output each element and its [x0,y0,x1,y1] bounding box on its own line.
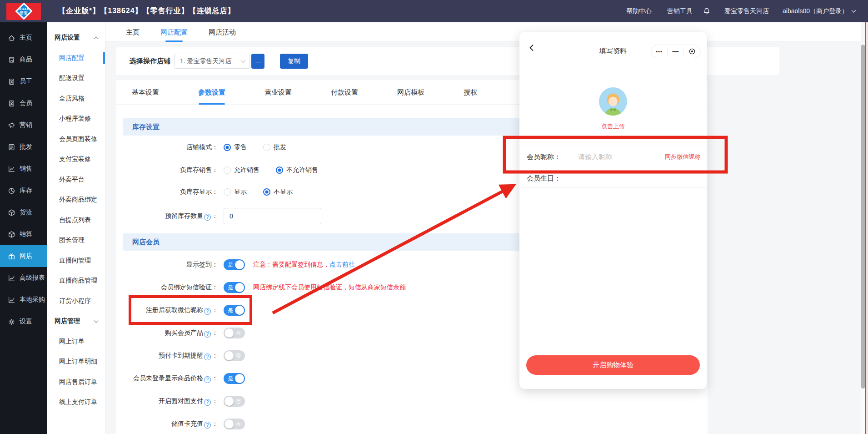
help-center-link[interactable]: 帮助中心 [626,7,652,15]
toggle-储值卡充值[interactable]: 否 [224,419,245,429]
submenu-item-线上支付订单[interactable]: 线上支付订单 [47,392,105,413]
radio-icon [224,167,231,174]
submenu-item-网上订单明细[interactable]: 网上订单明细 [47,352,105,372]
radio-option-显示[interactable]: 显示 [224,188,247,196]
help-icon[interactable]: ? [204,353,211,360]
radio-option-不显示[interactable]: 不显示 [263,188,293,196]
radio-option-批发[interactable]: 批发 [263,143,286,151]
start-shopping-button[interactable]: 开启购物体验 [526,355,700,375]
marketing-tools-link[interactable]: 营销工具 [667,7,693,15]
sync-wechat-nickname-action[interactable]: 同步微信昵称 [665,153,700,161]
sidebar-item-高级报表[interactable]: 高级报表 [0,267,47,289]
settings-tab-网店模板[interactable]: 网店模板 [397,80,424,105]
note-link[interactable]: 点击前往 [329,261,355,269]
settlement-icon [8,231,15,238]
submenu-item-网上订单[interactable]: 网上订单 [47,332,105,352]
sidebar-item-员工[interactable]: 员工 [0,71,47,92]
app-logo[interactable]: AIBAO 爱宝 [0,0,47,22]
toggle-注册后获取微信昵称[interactable]: 是 [224,305,245,316]
store-more-button[interactable]: … [251,54,264,69]
sidebar-item-结算[interactable]: 结算 [0,223,47,245]
current-store-name[interactable]: 爱宝零售天河店 [724,7,769,15]
help-icon[interactable]: ? [204,214,211,221]
sidebar-item-网店[interactable]: 网店 [0,245,47,267]
submenu-item-外卖平台[interactable]: 外卖平台 [47,170,105,190]
sidebar-item-会员[interactable]: 会员 [0,92,47,114]
help-icon[interactable]: ? [204,422,211,429]
submenu-item-配送设置[interactable]: 配送设置 [47,68,105,89]
sidebar-item-销售[interactable]: 销售 [0,158,47,180]
submenu-item-网店售后订单[interactable]: 网店售后订单 [47,372,105,393]
toggle-显示签到[interactable]: 是 [224,259,245,270]
sidebar-item-设置[interactable]: 设置 [0,311,47,333]
submenu-item-订货小程序[interactable]: 订货小程序 [47,291,105,312]
close-record-icon[interactable] [688,48,696,55]
miniprogram-capsule: ••• — [651,45,701,58]
submenu-header-网店设置[interactable]: 网店设置 [47,28,105,48]
submenu-item-网店配置[interactable]: 网店配置 [47,48,105,69]
submenu-header-网店管理[interactable]: 网店管理 [47,311,105,332]
sidebar-item-主页[interactable]: 主页 [0,27,47,49]
radio-option-零售[interactable]: 零售 [224,143,247,151]
toggle-会员绑定短信验证[interactable]: 是 [224,282,245,293]
submenu-header-label: 网店设置 [55,34,80,42]
settings-tab-授权[interactable]: 授权 [464,80,477,105]
toggle-会员未登录显示商品价格[interactable]: 是 [224,373,245,384]
submenu-item-支付宝装修[interactable]: 支付宝装修 [47,149,105,170]
settings-tab-营业设置[interactable]: 营业设置 [264,80,292,105]
submenu-item-全店风格[interactable]: 全店风格 [47,89,105,109]
tab-主页[interactable]: 主页 [126,22,140,42]
chevron-up-icon [94,36,99,40]
account-menu[interactable]: aibaols00（商户登录） [783,7,856,15]
sidebar-item-库存[interactable]: 库存 [0,180,47,202]
tab-网店活动[interactable]: 网店活动 [209,22,236,42]
chevron-down-icon [94,320,99,323]
sidebar-item-label: 本地采购 [20,296,45,304]
reserved-stock-input[interactable] [224,208,321,224]
toggle-state-label: 是 [228,373,233,384]
sidebar-item-营销[interactable]: 营销 [0,114,47,136]
tab-网店配置[interactable]: 网店配置 [160,22,188,42]
help-icon[interactable]: ? [204,376,211,383]
store-select[interactable]: 1. 爱宝零售天河店 [174,54,250,69]
settings-tab-付款设置[interactable]: 付款设置 [331,80,358,105]
radio-option-允许销售[interactable]: 允许销售 [224,166,259,174]
sidebar-item-货流[interactable]: 货流 [0,202,47,223]
settings-tab-参数设置[interactable]: 参数设置 [198,80,225,105]
help-icon[interactable]: ? [204,331,211,338]
sidebar-item-本地采购[interactable]: 本地采购 [0,289,47,311]
more-dots-icon[interactable]: ••• [656,49,663,54]
submenu-item-小程序装修[interactable]: 小程序装修 [47,109,105,129]
birthday-row: 会员生日： [519,169,707,188]
upload-avatar-action[interactable]: 点击上传 [519,122,707,131]
help-icon[interactable]: ? [204,399,211,406]
nickname-input[interactable]: 请输入昵称 [578,153,612,161]
radio-option-不允许销售[interactable]: 不允许销售 [276,166,318,174]
toggle-预付卡到期提醒[interactable]: 否 [224,350,245,361]
sidebar-item-批发[interactable]: 批发 [0,136,47,158]
account-name: aibaols00（商户登录） [783,7,848,15]
bell-icon[interactable] [703,7,711,15]
avatar[interactable] [599,87,627,116]
form-row-label: 会员绑定短信验证： [116,283,218,292]
submenu-item-直播商品管理[interactable]: 直播商品管理 [47,271,105,291]
miniprogram-preview-panel: 填写资料 ••• — 点击上传 会员昵称： 请输入昵称 同步微信昵称 会员生日：… [519,32,707,389]
scrollbar-thumb[interactable] [861,45,865,389]
sidebar-item-商品[interactable]: 商品 [0,49,47,71]
copy-button[interactable]: 复制 [280,54,308,69]
marketing-icon [8,121,15,129]
toggle-开启面对面支付[interactable]: 否 [224,396,245,407]
birthday-label: 会员生日： [527,174,561,183]
submenu-item-直播间管理[interactable]: 直播间管理 [47,251,105,271]
help-icon[interactable]: ? [204,308,211,315]
submenu-item-自提点列表[interactable]: 自提点列表 [47,210,105,231]
submenu-item-外卖商品绑定[interactable]: 外卖商品绑定 [47,190,105,210]
minimize-icon[interactable]: — [672,48,678,55]
toggle-knob [235,306,244,315]
sidebar-item-label: 货流 [20,208,32,217]
settings-tab-基本设置[interactable]: 基本设置 [132,80,159,105]
toggle-购买会员产品[interactable]: 否 [224,328,245,338]
submenu-item-团长管理[interactable]: 团长管理 [47,230,105,251]
submenu-item-会员页面装修[interactable]: 会员页面装修 [47,129,105,150]
sidebar-item-label: 设置 [20,318,32,326]
